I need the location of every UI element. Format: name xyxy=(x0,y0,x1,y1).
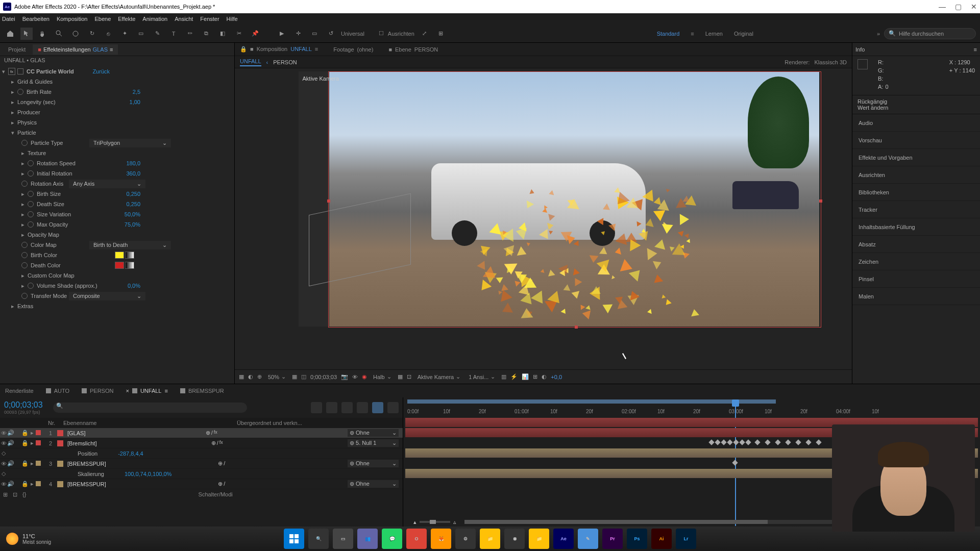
comp-tab-person[interactable]: PERSON xyxy=(82,388,113,394)
renderlist-tab[interactable]: Renderliste xyxy=(5,388,34,394)
workspace-overflow-icon[interactable]: » xyxy=(877,31,880,37)
fast-preview-icon[interactable]: ⚡ xyxy=(510,373,518,380)
comp-tab-auto[interactable]: AUTO xyxy=(46,388,69,394)
eraser-tool-icon[interactable]: ◧ xyxy=(216,28,229,40)
menu-ebene[interactable]: Ebene xyxy=(94,16,111,22)
lightroom-icon[interactable]: Lr xyxy=(676,529,696,549)
panel-malen[interactable]: Malen xyxy=(852,288,980,305)
rotation-axis-dropdown[interactable]: Any Axis⌄ xyxy=(69,180,145,188)
selection-tool-icon[interactable] xyxy=(20,28,33,40)
layer-row[interactable]: ◇ Skalierung 100,0,74,0,100,0% xyxy=(0,469,403,479)
menu-bearbeiten[interactable]: Bearbeiten xyxy=(22,16,50,22)
menu-komposition[interactable]: Komposition xyxy=(57,16,88,22)
comp-tab-unfall[interactable]: ×UNFALL≡ xyxy=(126,388,167,394)
home-icon[interactable] xyxy=(4,28,16,40)
workspace-lernen[interactable]: Lernen xyxy=(705,31,723,37)
menu-datei[interactable]: Datei xyxy=(2,16,15,22)
whatsapp-icon[interactable]: 💬 xyxy=(382,529,402,549)
birth-color-swatch[interactable] xyxy=(115,252,124,259)
app-icon-1[interactable]: ⚙ xyxy=(455,529,476,549)
panel-absatz[interactable]: Absatz xyxy=(852,236,980,253)
panel-vorschau[interactable]: Vorschau xyxy=(852,132,980,149)
orbit-tool-icon[interactable] xyxy=(69,28,82,40)
panel-pinsel[interactable]: Pinsel xyxy=(852,270,980,288)
zoom-tool-icon[interactable] xyxy=(53,28,65,40)
transparency-icon[interactable]: ▦ xyxy=(398,373,403,380)
comp-tab-bremsspur[interactable]: BREMSSPUR xyxy=(180,388,224,394)
pen-tool-icon[interactable]: ✎ xyxy=(151,28,163,40)
exposure-reset-icon[interactable]: ◐ xyxy=(542,373,547,380)
flowchart-icon[interactable]: ⊞ xyxy=(533,373,537,380)
preview-time[interactable]: 0;00;03;03 xyxy=(310,374,337,380)
effect-header[interactable]: ▾ fx CC Particle World Zurück xyxy=(0,66,234,77)
motion-blur-icon[interactable] xyxy=(372,402,383,413)
timeline-icon[interactable]: 📊 xyxy=(522,373,529,380)
panel-zeichen[interactable]: Zeichen xyxy=(852,253,980,270)
comp-crumb-unfall[interactable]: UNFALL xyxy=(240,58,261,66)
zoom-in-icon[interactable]: ▵ xyxy=(453,519,456,525)
rect-tool-icon[interactable]: ▭ xyxy=(135,28,147,40)
exposure-value[interactable]: +0,0 xyxy=(551,374,562,380)
premiere-icon[interactable]: Pr xyxy=(602,529,623,549)
menu-hilfe[interactable]: Hilfe xyxy=(227,16,238,22)
panel-menu-icon[interactable]: ≡ xyxy=(974,46,977,53)
schalter-modi-toggle[interactable]: Schalter/Modi xyxy=(199,491,233,497)
frame-blend-icon[interactable] xyxy=(357,402,368,413)
hand-tool-icon[interactable] xyxy=(37,28,49,40)
layer-row[interactable]: ◇ Position -287,8,4,4 xyxy=(0,448,403,459)
pixel-aspect-icon[interactable]: ▥ xyxy=(501,373,506,380)
weather-widget[interactable]: 11°C Meist sonnig xyxy=(6,533,51,545)
toggle-switches-icon[interactable]: ⊞ xyxy=(3,491,8,498)
draft-3d-icon[interactable] xyxy=(326,402,337,413)
comp-mini-flowchart-icon[interactable] xyxy=(311,402,322,413)
composition-viewer[interactable]: Aktive Kamera xyxy=(235,68,852,369)
resolution-dropdown[interactable]: Halb⌄ xyxy=(371,373,394,380)
project-tab[interactable]: Projekt xyxy=(3,44,31,55)
clone-tool-icon[interactable]: ⧉ xyxy=(200,28,212,40)
layer-row[interactable]: 👁 🔊 🔒 ▸ 2 [Bremslicht] ⊕/fx ⊚ 5. Null 1⌄ xyxy=(0,438,403,448)
close-button[interactable]: ✕ xyxy=(971,3,977,11)
color-map-dropdown[interactable]: Birth to Death⌄ xyxy=(89,241,171,249)
snapshot-icon[interactable]: 📷 xyxy=(341,373,348,380)
effect-controls-tab[interactable]: ■ Effekteinstellungen GLAS ≡ xyxy=(33,44,118,55)
snap2-icon[interactable]: ⊞ xyxy=(435,28,447,40)
show-snapshot-icon[interactable]: 👁 xyxy=(352,374,358,380)
app-icon-3[interactable]: ✎ xyxy=(578,529,598,549)
taskview-icon[interactable]: ▭ xyxy=(333,529,353,549)
panel-ausrichten[interactable]: Ausrichten xyxy=(852,166,980,184)
toggle-modes-icon[interactable]: ⊡ xyxy=(13,491,17,498)
death-color-picker-icon[interactable] xyxy=(125,262,134,269)
alpha-icon[interactable]: ▦ xyxy=(239,373,244,380)
work-area-bar[interactable] xyxy=(407,399,776,404)
panel-audio[interactable]: Audio xyxy=(852,114,980,132)
maximize-button[interactable]: ▢ xyxy=(955,3,962,11)
workspace-standard[interactable]: Standard xyxy=(657,31,680,37)
graph-editor-icon[interactable] xyxy=(387,402,399,413)
minimize-button[interactable]: — xyxy=(939,3,946,11)
obs-icon[interactable]: ⏺ xyxy=(504,529,525,549)
zoom-dropdown[interactable]: 50%⌄ xyxy=(266,373,288,380)
ausrichten-label[interactable]: Ausrichten xyxy=(388,31,414,37)
help-search[interactable]: 🔍 Hilfe durchsuchen xyxy=(884,28,976,39)
3d-view-icon[interactable]: ⊡ xyxy=(407,373,411,380)
rect-mode-icon[interactable]: ▭ xyxy=(308,28,321,40)
layer-row[interactable]: 👁 🔊 🔒 ▸ 3 [BREMSSPUR] ⊕/ ⊚ Ohne⌄ xyxy=(0,459,403,469)
snap-icon[interactable]: ⤢ xyxy=(419,28,431,40)
timeline-search[interactable]: 🔍 xyxy=(53,403,247,413)
text-tool-icon[interactable]: T xyxy=(167,28,180,40)
illustrator-icon[interactable]: Ai xyxy=(651,529,672,549)
menu-effekte[interactable]: Effekte xyxy=(118,16,135,22)
layer-row[interactable]: 👁 🔊 🔒 ▸ 4 [BREMSSPUR] ⊕/ ⊚ Ohne⌄ xyxy=(0,479,403,489)
opera-icon[interactable]: O xyxy=(406,529,427,549)
panel-tracker[interactable]: Tracker xyxy=(852,201,980,218)
color-mgmt-icon[interactable]: ◉ xyxy=(362,373,367,380)
anchor-tool-icon[interactable]: ✦ xyxy=(118,28,131,40)
rotate-tool-icon[interactable]: ↻ xyxy=(86,28,98,40)
panel-content-fill[interactable]: Inhaltsbasierte Füllung xyxy=(852,218,980,236)
photoshop-icon[interactable]: Ps xyxy=(627,529,647,549)
search-app-icon[interactable]: 🔍 xyxy=(308,529,329,549)
lock-icon[interactable]: 🔒 xyxy=(240,46,247,53)
roi-icon[interactable]: ◫ xyxy=(301,373,306,380)
menu-ansicht[interactable]: Ansicht xyxy=(175,16,193,22)
workspace-menu-icon[interactable]: ≡ xyxy=(691,31,694,37)
